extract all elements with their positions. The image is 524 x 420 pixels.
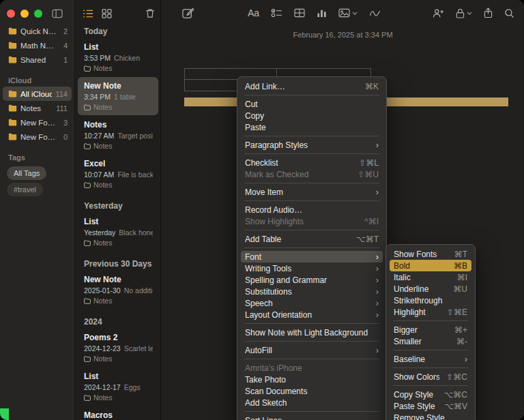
format-text-icon[interactable]: Aa bbox=[248, 7, 259, 18]
search-icon[interactable] bbox=[504, 8, 514, 18]
note-title: Excel bbox=[84, 159, 153, 168]
menu-item-sort-lines[interactable]: Sort Lines bbox=[241, 415, 383, 420]
menu-item-remove-style[interactable]: Remove Style bbox=[390, 412, 471, 420]
menu-item-record-audio[interactable]: Record Audio… bbox=[241, 204, 383, 215]
note-list-item[interactable]: List 3:53 PMChicken Notes bbox=[78, 38, 158, 76]
menu-item-highlight[interactable]: Highlight⇧⌘E bbox=[390, 306, 471, 318]
menu-item-label: Checklist bbox=[245, 158, 352, 168]
sidebar-item-notes[interactable]: Notes 111 bbox=[3, 101, 72, 115]
sidebar-item-count: 111 bbox=[56, 104, 68, 112]
zoom-button[interactable] bbox=[34, 10, 42, 18]
menu-item-add-link[interactable]: Add Link…⌘K bbox=[241, 80, 383, 92]
menu-item-shortcut: ^⌘I bbox=[364, 217, 379, 226]
menu-item-show-colors[interactable]: Show Colors⇧⌘C bbox=[390, 371, 471, 382]
menu-item-add-sketch[interactable]: Add Sketch bbox=[241, 397, 383, 408]
delete-note-icon[interactable] bbox=[145, 8, 155, 18]
note-folder: Notes bbox=[84, 103, 153, 111]
note-list-item[interactable]: List 2024-12-17Eggs Notes bbox=[78, 368, 158, 406]
chart-icon[interactable] bbox=[317, 8, 327, 18]
note-list-item[interactable]: Excel 10:07 AMFile is backsto Notes bbox=[78, 155, 158, 193]
menu-item-underline[interactable]: Underline⌘U bbox=[390, 283, 471, 295]
menu-item-label: Show Fonts bbox=[394, 250, 448, 259]
toggle-sidebar-icon[interactable] bbox=[52, 9, 63, 18]
menu-item-autofill[interactable]: AutoFill› bbox=[241, 344, 383, 356]
menu-item-shortcut: ⌥⌘T bbox=[356, 235, 379, 244]
table-icon[interactable] bbox=[294, 8, 305, 18]
add-people-icon[interactable] bbox=[433, 8, 444, 18]
note-folder: Notes bbox=[84, 355, 153, 363]
new-note-icon[interactable] bbox=[182, 7, 194, 19]
sidebar-item-shared[interactable]: Shared 1 bbox=[3, 52, 72, 67]
menu-item-label: Sort Lines bbox=[245, 416, 379, 420]
submenu-arrow-icon: › bbox=[376, 309, 379, 320]
menu-item-bigger[interactable]: Bigger⌘+ bbox=[390, 324, 471, 335]
note-group-header: 2024 bbox=[84, 317, 160, 327]
menu-item-font[interactable]: Font› bbox=[241, 251, 383, 262]
menu-item-copy[interactable]: Copy bbox=[241, 110, 383, 121]
menu-item-substitutions[interactable]: Substitutions› bbox=[241, 286, 383, 297]
note-title: List bbox=[84, 217, 153, 226]
markup-icon[interactable] bbox=[369, 8, 381, 18]
format-tools: Aa bbox=[248, 7, 381, 18]
menu-section-amritas-iphone: Amrita's iPhone bbox=[241, 362, 383, 374]
menu-item-checklist[interactable]: Checklist⇧⌘L bbox=[241, 157, 383, 168]
menu-item-paragraph-styles[interactable]: Paragraph Styles› bbox=[241, 139, 383, 151]
submenu-arrow-icon: › bbox=[376, 251, 379, 262]
menu-item-smaller[interactable]: Smaller⌘- bbox=[390, 335, 471, 347]
menu-item-label: Paragraph Styles bbox=[245, 140, 369, 150]
menu-item-shortcut: ⌘K bbox=[365, 82, 379, 91]
note-list-item[interactable]: New Note 2025-01-30No additio Notes bbox=[78, 271, 158, 309]
sidebar-item-math-notes[interactable]: Math N… 4 bbox=[3, 38, 72, 52]
menu-item-strikethrough[interactable]: Strikethrough bbox=[390, 295, 471, 306]
note-folder: Notes bbox=[84, 393, 153, 402]
note-list-item[interactable]: Notes 10:27 AMTarget positic Notes bbox=[78, 116, 158, 154]
share-icon[interactable] bbox=[484, 7, 493, 18]
note-list-item[interactable]: Poems 2 2024-12-23Scarlet let Notes bbox=[78, 329, 158, 367]
menu-item-shortcut: ⇧⌘U bbox=[358, 170, 379, 179]
menu-item-paste[interactable]: Paste bbox=[241, 121, 383, 133]
menu-item-spelling-and-grammar[interactable]: Spelling and Grammar› bbox=[241, 274, 383, 286]
menu-item-move-item[interactable]: Move Item› bbox=[241, 186, 383, 198]
menu-item-add-table[interactable]: Add Table⌥⌘T bbox=[241, 233, 383, 245]
menu-item-italic[interactable]: Italic⌘I bbox=[390, 271, 471, 283]
note-title: Poems 2 bbox=[84, 333, 153, 342]
menu-item-label: Show Colors bbox=[394, 372, 439, 382]
close-button[interactable] bbox=[7, 10, 15, 18]
lock-menu[interactable] bbox=[456, 8, 472, 18]
note-list-item[interactable]: List YesterdayBlack honey Notes bbox=[78, 213, 158, 251]
sidebar-item-all-icloud[interactable]: All iCloud 114 bbox=[3, 87, 72, 101]
menu-item-bold[interactable]: Bold⌘B bbox=[390, 260, 471, 271]
sidebar-section-tags: Tags bbox=[8, 153, 74, 162]
menu-item-show-note-with-light-background[interactable]: Show Note with Light Background bbox=[241, 327, 383, 338]
menu-item-speech[interactable]: Speech› bbox=[241, 297, 383, 309]
note-preview: 3:34 PM1 table bbox=[84, 93, 153, 101]
sidebar-item-new-folder-2[interactable]: New Fo… 0 bbox=[3, 130, 72, 144]
list-view-icon[interactable] bbox=[83, 9, 93, 18]
menu-item-shortcut: ⌘I bbox=[457, 273, 467, 282]
sidebar-item-label: Math N… bbox=[20, 42, 60, 50]
menu-item-baseline[interactable]: Baseline› bbox=[390, 353, 471, 365]
menu-item-scan-documents[interactable]: Scan Documents bbox=[241, 385, 383, 397]
checklist-icon[interactable] bbox=[271, 8, 282, 18]
sidebar-item-new-folder-1[interactable]: New Fo… 3 bbox=[3, 115, 72, 130]
menu-item-cut[interactable]: Cut bbox=[241, 98, 383, 110]
menu-item-take-photo[interactable]: Take Photo bbox=[241, 374, 383, 385]
menu-separator bbox=[393, 368, 468, 368]
media-menu[interactable] bbox=[338, 8, 358, 18]
menu-item-show-fonts[interactable]: Show Fonts⌘T bbox=[390, 248, 471, 260]
tag-all-tags[interactable]: All Tags bbox=[7, 166, 46, 180]
minimize-button[interactable] bbox=[20, 10, 29, 18]
folder-icon bbox=[84, 298, 91, 304]
tag-travel[interactable]: #travel bbox=[7, 183, 43, 196]
sidebar-item-quick-notes[interactable]: Quick N… 2 bbox=[3, 24, 72, 38]
note-list-item-selected[interactable]: New Note 3:34 PM1 table Notes bbox=[78, 77, 158, 115]
menu-item-paste-style[interactable]: Paste Style⌥⌘V bbox=[390, 400, 471, 412]
menu-item-copy-style[interactable]: Copy Style⌥⌘C bbox=[390, 389, 471, 400]
menu-item-writing-tools[interactable]: Writing Tools› bbox=[241, 262, 383, 274]
menu-item-label: Show Highlights bbox=[245, 217, 358, 226]
media-icon bbox=[338, 8, 350, 18]
menu-item-layout-orientation[interactable]: Layout Orientation› bbox=[241, 309, 383, 320]
menu-item-label: Bold bbox=[394, 261, 447, 271]
note-list-item[interactable]: Macros 2024-11-17Record ma Notes bbox=[78, 406, 158, 420]
gallery-view-icon[interactable] bbox=[102, 9, 112, 18]
